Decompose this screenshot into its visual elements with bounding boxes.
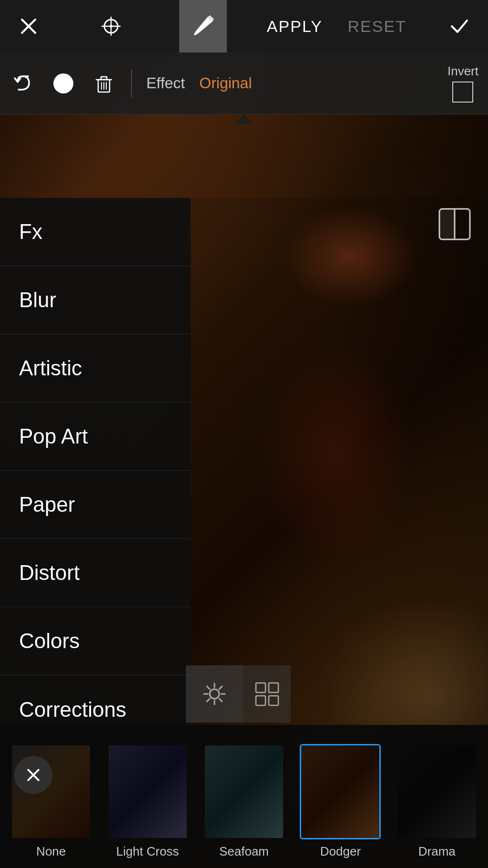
effect-label[interactable]: Effect — [146, 74, 185, 92]
grid-icon-area[interactable] — [243, 665, 291, 723]
filter-light-cross[interactable]: Light Cross — [101, 744, 193, 859]
apply-button[interactable]: APPLY — [280, 12, 309, 41]
filter-dodger[interactable]: Dodger — [294, 744, 386, 859]
filter-img-seafoam — [205, 745, 283, 838]
menu-item-pop-art[interactable]: Pop Art — [0, 403, 191, 471]
svg-rect-1 — [256, 683, 265, 692]
filter-img-dodger — [301, 745, 379, 838]
menu-item-fx[interactable]: Fx — [0, 198, 191, 266]
settings-icon-area[interactable] — [186, 665, 243, 723]
filter-label-dodger: Dodger — [320, 844, 361, 859]
filter-thumb-light-cross — [107, 744, 188, 839]
brush-tool-active[interactable] — [179, 0, 227, 52]
filter-thumb-drama — [396, 744, 478, 839]
filter-label-seafoam: Seafoam — [219, 844, 269, 859]
svg-rect-7 — [439, 209, 455, 239]
filter-label-none: None — [36, 844, 66, 859]
original-label[interactable]: Original — [199, 74, 252, 92]
trash-button[interactable] — [91, 70, 117, 96]
filter-thumb-dodger — [300, 744, 381, 839]
svg-rect-4 — [269, 696, 278, 705]
close-circle-button[interactable] — [14, 756, 52, 794]
menu-item-paper[interactable]: Paper — [0, 471, 191, 539]
brush-panel: Effect Original Invert — [0, 52, 488, 114]
panel-pointer — [235, 114, 253, 124]
filter-drama[interactable]: Drama — [391, 744, 483, 859]
filter-label-drama: Drama — [418, 844, 456, 859]
compare-button[interactable] — [436, 205, 474, 243]
menu-item-blur[interactable]: Blur — [0, 266, 191, 334]
svg-rect-3 — [256, 696, 265, 705]
filter-img-drama — [398, 745, 476, 838]
filter-thumb-none — [10, 744, 92, 839]
invert-checkbox[interactable] — [452, 82, 473, 103]
svg-point-13 — [110, 25, 112, 28]
circle-brush-button[interactable] — [50, 70, 76, 96]
crosshair-button[interactable] — [97, 12, 125, 41]
brush-circle-icon — [53, 73, 73, 93]
fx-menu: Fx Blur Artistic Pop Art Paper Distort C… — [0, 198, 191, 744]
filter-thumb-seafoam — [203, 744, 285, 839]
menu-item-distort[interactable]: Distort — [0, 539, 191, 607]
top-toolbar: APPLY RESET — [0, 0, 488, 52]
confirm-button[interactable] — [445, 12, 474, 41]
svg-rect-2 — [269, 683, 278, 692]
menu-item-artistic[interactable]: Artistic — [0, 334, 191, 403]
svg-point-0 — [210, 689, 219, 699]
filter-label-light-cross: Light Cross — [116, 844, 179, 859]
menu-item-colors[interactable]: Colors — [0, 607, 191, 675]
reset-button[interactable]: RESET — [363, 12, 391, 41]
close-button[interactable] — [14, 12, 43, 41]
filter-bar: None Light Cross Seafoam Dodger Drama — [0, 725, 488, 868]
undo-button[interactable] — [10, 70, 36, 96]
filter-img-light-cross — [109, 745, 187, 838]
invert-section[interactable]: Invert — [447, 64, 478, 103]
filter-seafoam[interactable]: Seafoam — [198, 744, 290, 859]
panel-divider — [131, 69, 132, 98]
filter-none[interactable]: None — [5, 744, 97, 859]
invert-label: Invert — [447, 64, 478, 79]
